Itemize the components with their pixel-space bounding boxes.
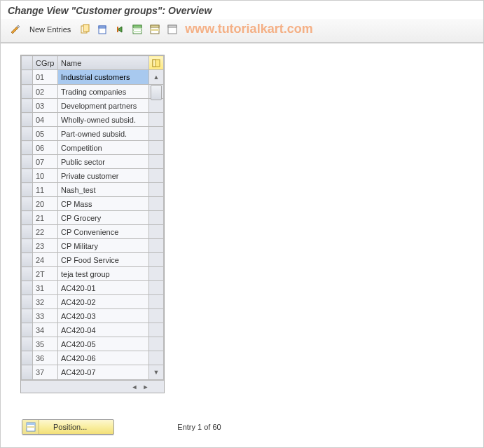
vertical-scrollbar[interactable]	[149, 281, 164, 295]
cell-name[interactable]: CP Food Service	[58, 253, 149, 267]
cell-cgrp[interactable]: 02	[33, 85, 58, 99]
table-row[interactable]: 23CP Military	[22, 239, 164, 253]
copy-as-button[interactable]	[77, 22, 92, 36]
row-selector[interactable]	[22, 239, 33, 253]
table-row[interactable]: 35AC420-05	[22, 337, 164, 351]
vertical-scrollbar[interactable]	[149, 295, 164, 309]
cell-name[interactable]: Competition	[58, 141, 149, 155]
cell-cgrp[interactable]: 24	[33, 253, 58, 267]
cell-cgrp[interactable]: 32	[33, 295, 58, 309]
table-row[interactable]: 01Industrial customers▲	[22, 70, 164, 85]
cell-cgrp[interactable]: 22	[33, 225, 58, 239]
cell-name[interactable]: CP Grocery	[58, 211, 149, 225]
vertical-scrollbar[interactable]	[149, 127, 164, 141]
table-row[interactable]: 03Development partners	[22, 99, 164, 113]
undo-change-button[interactable]	[112, 22, 127, 36]
horizontal-scrollbar[interactable]: ◄ ►	[21, 380, 164, 393]
scroll-up-icon[interactable]: ▲	[153, 71, 160, 83]
cell-cgrp[interactable]: 21	[33, 211, 58, 225]
cell-cgrp[interactable]: 33	[33, 309, 58, 323]
row-selector[interactable]	[22, 309, 33, 323]
table-row[interactable]: 11Nash_test	[22, 183, 164, 197]
row-selector[interactable]	[22, 323, 33, 337]
vertical-scrollbar[interactable]	[149, 267, 164, 281]
table-row[interactable]: 2Tteja test group	[22, 267, 164, 281]
vertical-scrollbar[interactable]	[149, 85, 164, 99]
vertical-scrollbar[interactable]	[149, 225, 164, 239]
vertical-scrollbar[interactable]	[149, 239, 164, 253]
scroll-thumb[interactable]	[151, 85, 162, 100]
cell-name[interactable]: Nash_test	[58, 183, 149, 197]
table-row[interactable]: 02Trading companies	[22, 85, 164, 99]
row-selector[interactable]	[22, 113, 33, 127]
vertical-scrollbar[interactable]: ▲	[149, 70, 164, 85]
row-selector[interactable]	[22, 281, 33, 295]
row-selector[interactable]	[22, 225, 33, 239]
cell-name[interactable]: AC420-03	[58, 309, 149, 323]
cell-name[interactable]: Private customer	[58, 169, 149, 183]
scroll-right-icon[interactable]: ►	[141, 382, 151, 392]
cell-cgrp[interactable]: 06	[33, 141, 58, 155]
row-selector[interactable]	[22, 351, 33, 365]
vertical-scrollbar[interactable]	[149, 337, 164, 351]
row-selector[interactable]	[22, 337, 33, 351]
cell-name[interactable]: AC420-01	[58, 281, 149, 295]
cell-name[interactable]: AC420-07	[58, 365, 149, 380]
table-row[interactable]: 20CP Mass	[22, 197, 164, 211]
vertical-scrollbar[interactable]	[149, 211, 164, 225]
cell-cgrp[interactable]: 36	[33, 351, 58, 365]
cell-cgrp[interactable]: 35	[33, 337, 58, 351]
cell-cgrp[interactable]: 07	[33, 155, 58, 169]
cell-name[interactable]: Part-owned subsid.	[58, 127, 149, 141]
cell-cgrp[interactable]: 05	[33, 127, 58, 141]
table-row[interactable]: 31AC420-01	[22, 281, 164, 295]
row-selector[interactable]	[22, 183, 33, 197]
cell-name[interactable]: AC420-06	[58, 351, 149, 365]
cell-name[interactable]: Wholly-owned subsid.	[58, 113, 149, 127]
cell-cgrp[interactable]: 11	[33, 183, 58, 197]
vertical-scrollbar[interactable]	[149, 323, 164, 337]
cell-cgrp[interactable]: 04	[33, 113, 58, 127]
cell-name[interactable]: CP Military	[58, 239, 149, 253]
row-selector[interactable]	[22, 197, 33, 211]
configure-columns-button[interactable]	[149, 56, 164, 70]
deselect-all-button[interactable]	[165, 22, 180, 36]
vertical-scrollbar[interactable]	[149, 309, 164, 323]
vertical-scrollbar[interactable]	[149, 183, 164, 197]
row-selector[interactable]	[22, 267, 33, 281]
cell-cgrp[interactable]: 31	[33, 281, 58, 295]
cell-name[interactable]: CP Convenience	[58, 225, 149, 239]
cell-cgrp[interactable]: 2T	[33, 267, 58, 281]
row-selector[interactable]	[22, 365, 33, 380]
select-all-button[interactable]	[130, 22, 145, 36]
table-row[interactable]: 07Public sector	[22, 155, 164, 169]
cell-name[interactable]: CP Mass	[58, 197, 149, 211]
vertical-scrollbar[interactable]	[149, 197, 164, 211]
customer-groups-table[interactable]: CGrp Name 01Industrial customers▲02Tradi…	[21, 55, 164, 380]
vertical-scrollbar[interactable]	[149, 253, 164, 267]
cell-cgrp[interactable]: 01	[33, 70, 58, 85]
row-selector[interactable]	[22, 169, 33, 183]
cell-cgrp[interactable]: 03	[33, 99, 58, 113]
vertical-scrollbar[interactable]: ▼	[149, 365, 164, 380]
column-header-name[interactable]: Name	[58, 56, 149, 70]
table-row[interactable]: 33AC420-03	[22, 309, 164, 323]
table-row[interactable]: 24CP Food Service	[22, 253, 164, 267]
new-entries-button[interactable]: New Entries	[25, 25, 75, 34]
cell-cgrp[interactable]: 10	[33, 169, 58, 183]
row-selector[interactable]	[22, 141, 33, 155]
column-header-cgrp[interactable]: CGrp	[33, 56, 58, 70]
row-selector[interactable]	[22, 253, 33, 267]
vertical-scrollbar[interactable]	[149, 141, 164, 155]
cell-name[interactable]: Development partners	[58, 99, 149, 113]
cell-cgrp[interactable]: 23	[33, 239, 58, 253]
row-selector[interactable]	[22, 85, 33, 99]
scroll-left-icon[interactable]: ◄	[130, 382, 139, 392]
vertical-scrollbar[interactable]	[149, 99, 164, 113]
cell-cgrp[interactable]: 20	[33, 197, 58, 211]
cell-name[interactable]: AC420-04	[58, 323, 149, 337]
row-selector[interactable]	[22, 99, 33, 113]
table-row[interactable]: 37AC420-07▼	[22, 365, 164, 380]
row-selector[interactable]	[22, 127, 33, 141]
row-selector[interactable]	[22, 155, 33, 169]
